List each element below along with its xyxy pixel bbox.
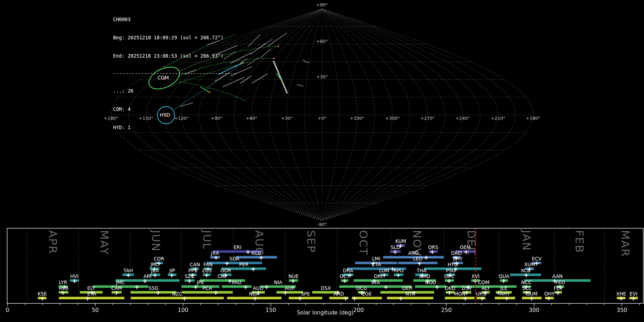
shower-label-COR: COR <box>153 256 164 262</box>
shower-label-PSU: PSU <box>446 268 456 273</box>
shower-label-RPU: RPU <box>394 268 403 273</box>
longitude-label: +0° <box>318 116 327 121</box>
shower-label-DPC: DPC <box>444 273 454 279</box>
shower-label-OHY: OHY <box>544 291 555 297</box>
shower-bar-PCA <box>182 291 233 294</box>
shower-bar-KCG <box>236 256 277 259</box>
shower-label-DKD: DKD <box>445 285 455 291</box>
shower-label-ETA: ETA <box>87 291 97 297</box>
shower-bar-NOO <box>415 286 446 288</box>
month-label-jun: JUN <box>150 229 162 252</box>
count-hyd: HYD: 1 <box>113 125 236 131</box>
shower-label-NTA: NTA <box>405 291 415 297</box>
shower-label-XHE: XHE <box>616 291 626 297</box>
shower-label-NZC: NZC <box>172 291 182 297</box>
month-label-oct: OCT <box>357 230 370 255</box>
x-axis-tick-label: 250 <box>441 307 452 313</box>
info-separator: ---------------------------------------- <box>113 71 236 76</box>
shower-label-LMI: LMI <box>372 256 380 262</box>
shower-bar-STA <box>339 286 412 288</box>
month-label-sep: SEP <box>305 230 318 253</box>
shower-label-URS: URS <box>476 291 486 297</box>
trail-end-dot <box>278 45 279 47</box>
shower-label-ALY: ALY <box>482 285 490 291</box>
shower-label-NOO: NOO <box>425 279 436 285</box>
shower-label-SZC: SZC <box>185 273 194 279</box>
station-id: CH0003 <box>113 16 236 23</box>
sky-map-and-activity-chart: +90°+60°+30°-90°+180°+150°+120°+90°+60°+… <box>0 0 644 322</box>
month-label-apr: APR <box>47 230 59 254</box>
shower-bar-JPE <box>181 286 219 288</box>
x-axis-tick-label: 150 <box>265 307 276 313</box>
shower-label-LUM: LUM <box>379 268 389 273</box>
month-label-jul: JUL <box>201 229 214 250</box>
longitude-label: +300° <box>385 116 400 121</box>
shower-label-SDA: SDA <box>229 256 240 262</box>
x-axis-tick-label: 50 <box>92 307 99 313</box>
month-label-mar: MAR <box>619 230 632 257</box>
shower-label-NUE: NUE <box>288 273 299 279</box>
shower-label-PPS: PPS <box>188 268 197 273</box>
x-axis-tick-label: 0 <box>6 307 9 313</box>
shower-label-AUR: AUR <box>285 285 295 291</box>
shower-label-QUA: QUA <box>499 273 510 279</box>
shower-bar-SPE <box>289 297 322 299</box>
shower-label-KUM: KUM <box>395 238 406 244</box>
shower-label-SPE: SPE <box>301 291 310 297</box>
shower-label-EVI: EVI <box>630 291 638 297</box>
month-label-feb: FEB <box>573 230 586 253</box>
longitude-label: +210° <box>491 116 506 121</box>
shower-label-DAD: DAD <box>451 250 462 256</box>
meridian-line <box>322 9 445 221</box>
sporadic-meteor-streak <box>268 33 287 47</box>
shower-label-COM: COM <box>478 279 489 285</box>
latitude-label: +90° <box>316 2 328 8</box>
shower-label-DSV: DSV <box>462 285 472 291</box>
bright-meteor-streak <box>273 61 287 93</box>
shower-label-HVI: HVI <box>70 273 78 279</box>
shower-label-KSE: KSE <box>38 291 47 297</box>
shower-bar-NZC <box>131 297 224 299</box>
shower-label-OER: OER <box>402 285 413 291</box>
shower-bar-MON <box>445 297 475 299</box>
longitude-label: +180° <box>526 116 541 121</box>
shower-label-XUM: XUM <box>524 262 535 267</box>
count-sporadic: ...: 26 <box>113 88 236 94</box>
shower-label-SSG: SSG <box>148 285 158 291</box>
longitude-label: +60° <box>246 116 258 121</box>
shower-label-OCT: OCT <box>340 273 350 279</box>
shower-label-FED: FED <box>555 279 565 285</box>
shower-label-OCU: OCU <box>356 285 367 291</box>
shower-label-JXA: JXA <box>211 250 219 256</box>
shower-label-JLE: JLE <box>500 285 507 291</box>
shower-bar-ARI <box>116 279 180 282</box>
longitude-label: +270° <box>420 116 435 121</box>
shower-label-GDR: GDR <box>220 268 231 273</box>
shower-label-NIA: NIA <box>274 279 283 285</box>
shower-label-ORI: ORI <box>374 273 382 279</box>
count-com: COM: 4 <box>113 106 236 112</box>
shower-label-ORS: ORS <box>428 244 438 250</box>
latitude-label: +60° <box>316 39 328 44</box>
shower-label-JIP: JIP <box>169 268 175 273</box>
shower-label-AND: AND <box>408 250 419 256</box>
shower-label-AUD: AUD <box>253 285 264 291</box>
shower-label-TAH: TAH <box>123 268 133 273</box>
shower-label-ERI: ERI <box>234 244 241 250</box>
meridian-line <box>322 9 480 221</box>
x-axis-tick-label: 100 <box>178 307 189 313</box>
latitude-label: +30° <box>316 74 328 79</box>
sporadic-meteor-streak <box>248 58 259 65</box>
shower-label-STA: STA <box>371 279 380 285</box>
observation-info: CH0003 Beg: 20251218 18:09:29 (sol = 266… <box>113 4 236 143</box>
trail-end-dot <box>282 82 283 83</box>
sporadic-meteor-streak <box>252 74 268 83</box>
latitude-label: -90° <box>317 222 327 227</box>
shower-label-LYR: LYR <box>59 279 67 285</box>
shower-label-PCA: PCA <box>203 285 213 291</box>
sporadic-meteor-streak <box>248 35 260 47</box>
x-axis-tick-label: 350 <box>616 307 627 313</box>
shower-label-ARD: ARD <box>333 291 344 297</box>
month-label-jan: JAN <box>520 229 533 251</box>
shower-label-FAN: FAN <box>204 262 213 267</box>
